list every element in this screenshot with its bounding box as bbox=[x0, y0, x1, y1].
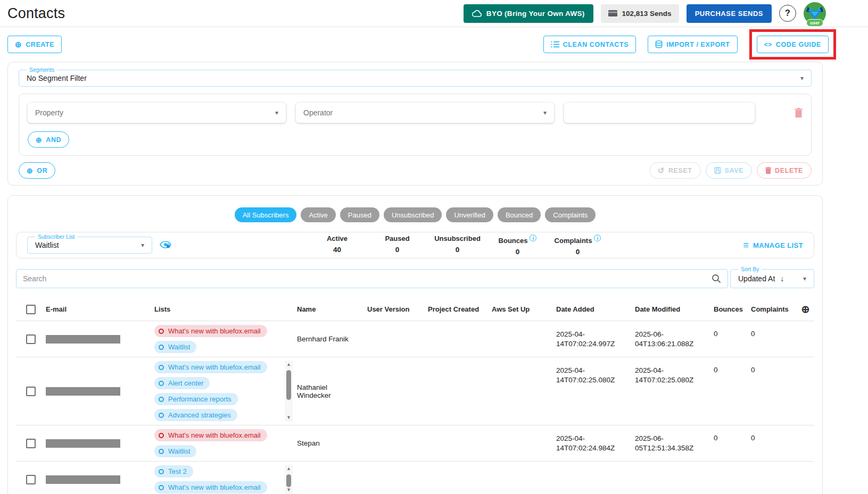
operator-select[interactable]: Operator ▾ bbox=[296, 103, 554, 123]
tab-all-subscribers[interactable]: All Subscribers bbox=[235, 207, 297, 222]
import-export-button[interactable]: IMPORT / EXPORT bbox=[648, 36, 737, 53]
card-icon bbox=[608, 10, 617, 16]
bounces-cell: 0 bbox=[714, 425, 751, 461]
save-segment-button[interactable]: SAVE bbox=[706, 162, 753, 179]
aws-set-up-cell bbox=[492, 462, 556, 494]
add-or-condition-button[interactable]: ⊕ OR bbox=[19, 162, 55, 179]
row-checkbox[interactable] bbox=[26, 334, 36, 344]
email-cell bbox=[46, 357, 154, 425]
aws-set-up-cell bbox=[492, 321, 556, 357]
user-version-cell bbox=[367, 321, 428, 357]
circle-outline-icon bbox=[159, 433, 164, 438]
column-header-lists[interactable]: Lists bbox=[154, 298, 297, 321]
redacted-email bbox=[46, 387, 120, 396]
select-all-checkbox[interactable] bbox=[26, 305, 36, 314]
tab-complaints[interactable]: Complaints bbox=[545, 207, 596, 222]
list-chip-label: What's new with bluefox.email bbox=[168, 363, 261, 371]
column-header-aws-set-up[interactable]: Aws Set Up bbox=[492, 298, 556, 321]
tab-unverified[interactable]: Unverified bbox=[446, 207, 493, 222]
row-checkbox[interactable] bbox=[26, 439, 36, 448]
project-created-cell bbox=[428, 321, 492, 357]
sort-direction-icon[interactable]: ↓ bbox=[780, 274, 784, 283]
list-chip[interactable]: Waitlist bbox=[154, 445, 196, 457]
list-chip[interactable]: Advanced strategies bbox=[154, 409, 237, 421]
sends-count-chip[interactable]: 102,813 Sends bbox=[601, 4, 679, 23]
list-chip[interactable]: What's new with bluefox.email bbox=[154, 481, 267, 493]
tab-unsubscribed[interactable]: Unsubscribed bbox=[384, 207, 442, 222]
tab-bounced[interactable]: Bounced bbox=[498, 207, 541, 222]
property-select[interactable]: Property ▾ bbox=[28, 103, 286, 123]
column-header-user-version[interactable]: User Version bbox=[367, 298, 428, 321]
question-icon: ? bbox=[785, 9, 790, 18]
subscriber-list-select[interactable]: Subscriber List Waitlist ▾ bbox=[27, 237, 152, 254]
code-guide-button[interactable]: <> CODE GUIDE bbox=[757, 36, 829, 53]
add-and-condition-button[interactable]: ⊕ AND bbox=[28, 131, 69, 148]
delete-segment-button[interactable]: DELETE bbox=[757, 162, 812, 179]
date-modified-cell: 2025-06-04T13:06:21.088Z bbox=[635, 321, 714, 357]
row-checkbox[interactable] bbox=[26, 475, 36, 484]
complaints-cell bbox=[751, 462, 797, 494]
status-tabs: All SubscribersActivePausedUnsubscribedU… bbox=[8, 207, 822, 222]
scroll-thumb[interactable] bbox=[286, 474, 291, 487]
column-header-e-mail[interactable]: E-mail bbox=[46, 298, 154, 321]
tab-active[interactable]: Active bbox=[301, 207, 335, 222]
clean-contacts-button[interactable]: CLEAN CONTACTS bbox=[543, 36, 636, 53]
purchase-sends-button[interactable]: PURCHASE SENDS bbox=[687, 4, 772, 23]
list-chip[interactable]: What's new with bluefox.email bbox=[154, 325, 267, 337]
scroll-up-icon[interactable]: ▲ bbox=[286, 362, 291, 367]
list-chip[interactable]: What's new with bluefox.email bbox=[154, 361, 267, 373]
code-guide-annotation-box: <> CODE GUIDE bbox=[749, 29, 836, 60]
scroll-down-icon[interactable]: ▼ bbox=[286, 487, 291, 493]
remove-condition-button[interactable] bbox=[795, 108, 803, 118]
search-input[interactable] bbox=[23, 274, 712, 283]
row-checkbox[interactable] bbox=[26, 387, 36, 396]
info-icon[interactable]: i bbox=[594, 235, 601, 241]
column-header-name[interactable]: Name bbox=[297, 298, 367, 321]
chevron-down-icon: ▾ bbox=[275, 109, 278, 116]
reset-segment-button[interactable]: ↺ RESET bbox=[649, 162, 701, 179]
clean-contacts-label: CLEAN CONTACTS bbox=[563, 41, 629, 48]
search-icon[interactable] bbox=[712, 274, 721, 283]
column-header-complaints[interactable]: Complaints bbox=[751, 298, 797, 321]
sort-by-select[interactable]: Sort By Updated At ↓ ▾ bbox=[730, 269, 814, 288]
help-button[interactable]: ? bbox=[779, 5, 796, 22]
redacted-email bbox=[46, 475, 120, 484]
lists-scrollbar[interactable]: ▲▼ bbox=[285, 361, 293, 422]
list-chip[interactable]: Test 2 bbox=[154, 465, 193, 478]
date-added-cell: 2025-04-14T07:02:25.080Z bbox=[556, 357, 635, 425]
scroll-thumb[interactable] bbox=[286, 370, 291, 400]
list-chip[interactable]: Alert center bbox=[154, 377, 210, 389]
manage-list-button[interactable]: ≡ MANAGE LIST bbox=[743, 240, 803, 250]
user-version-cell bbox=[367, 357, 428, 425]
list-chip-label: Performance reports bbox=[168, 395, 232, 403]
preview-lock-icon[interactable] bbox=[160, 241, 171, 249]
column-header-project-created[interactable]: Project Created bbox=[428, 298, 492, 321]
column-header-date-added[interactable]: Date Added bbox=[556, 298, 635, 321]
byo-aws-button[interactable]: BYO (Bring Your Own AWS) bbox=[464, 4, 593, 23]
aws-set-up-cell bbox=[492, 357, 556, 425]
bounces-cell: 0 bbox=[714, 321, 751, 357]
column-header-date-modified[interactable]: Date Modified bbox=[635, 298, 714, 321]
stat-label: Paused bbox=[367, 235, 427, 242]
info-icon[interactable]: i bbox=[530, 235, 536, 241]
complaints-cell: 0 bbox=[751, 321, 797, 357]
column-header-bounces[interactable]: Bounces bbox=[714, 298, 751, 321]
condition-value-input[interactable] bbox=[564, 103, 755, 123]
user-version-cell bbox=[367, 425, 428, 461]
list-chip[interactable]: What's new with bluefox.email bbox=[154, 429, 267, 441]
name-cell: Nathaniel Windecker bbox=[297, 357, 367, 425]
user-avatar[interactable]: user bbox=[804, 2, 826, 24]
scroll-down-icon[interactable]: ▼ bbox=[286, 415, 291, 421]
stat-active: Active40 bbox=[307, 235, 367, 256]
list-chip[interactable]: Waitlist bbox=[154, 341, 196, 353]
lists-scrollbar[interactable]: ▲▼ bbox=[285, 465, 293, 494]
scroll-up-icon[interactable]: ▲ bbox=[286, 466, 291, 472]
sort-by-value: Updated At bbox=[738, 274, 775, 283]
create-button[interactable]: ⊕ CREATE bbox=[7, 36, 62, 53]
import-export-label: IMPORT / EXPORT bbox=[666, 41, 730, 48]
add-column-icon[interactable]: ⊕ bbox=[801, 303, 810, 315]
segments-select[interactable]: Segments No Segment Filter ▾ bbox=[19, 70, 812, 87]
list-chip[interactable]: Performance reports bbox=[154, 393, 238, 405]
project-created-cell bbox=[428, 357, 492, 425]
tab-paused[interactable]: Paused bbox=[340, 207, 379, 222]
